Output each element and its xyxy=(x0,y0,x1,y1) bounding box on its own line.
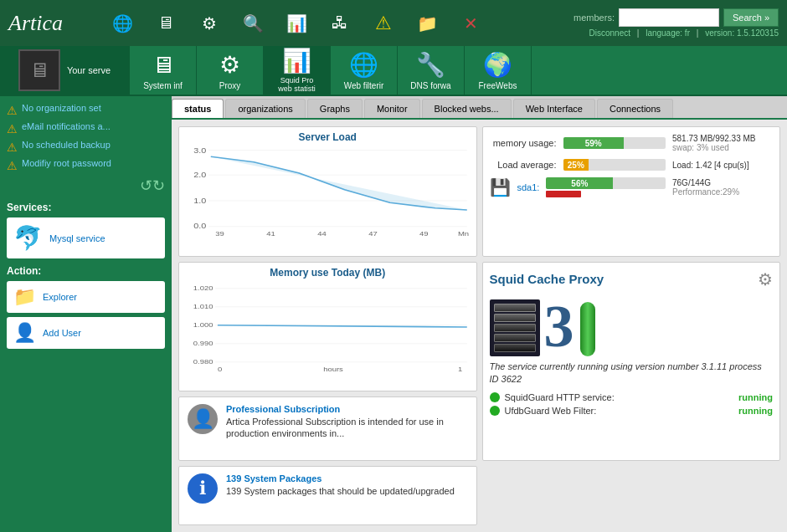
monitor-icon[interactable]: 🖥 xyxy=(152,10,179,37)
notif-professional-text: Artica Professional Subscription is inte… xyxy=(226,417,444,438)
nav-item-webfilter[interactable]: 🌐 Web filterir xyxy=(331,46,398,95)
chart-icon[interactable]: 📊 xyxy=(283,10,310,37)
warn-link-root[interactable]: Modifiy root password xyxy=(22,158,111,169)
notif-packages-content: 139 System Packages 139 System packages … xyxy=(226,473,455,497)
nav-bar: 🖥 Your serve 🖥 System inf ⚙ Proxy 📊 Squi… xyxy=(0,46,787,96)
warning-email: ⚠ eMail notifications a... xyxy=(7,121,165,136)
tab-monitor[interactable]: Monitor xyxy=(364,99,420,118)
language-link[interactable]: language: fr xyxy=(646,28,690,38)
notif-packages-link[interactable]: 139 System Packages xyxy=(226,473,455,483)
svg-text:Mn: Mn xyxy=(458,230,469,238)
top-bar: Artica 🌐 🖥 ⚙ 🔍 📊 🖧 ⚠ 📁 ✕ members: Search… xyxy=(0,0,787,46)
nav-dns-label: DNS forwa xyxy=(410,81,450,90)
nav-item-proxy[interactable]: ⚙ Proxy xyxy=(197,46,264,95)
svg-text:1.000: 1.000 xyxy=(193,320,213,328)
memory-pct: 59% xyxy=(585,139,602,148)
warn-link-email[interactable]: eMail notifications a... xyxy=(22,121,111,132)
warn-icon-1: ⚠ xyxy=(7,104,18,117)
notif-professional: 👤 Professional Subscription Artica Profe… xyxy=(178,396,477,461)
warn-icon-3: ⚠ xyxy=(7,141,18,154)
close-icon[interactable]: ✕ xyxy=(457,10,484,37)
notif-professional-link[interactable]: Professional Subscription xyxy=(226,404,468,414)
warn-link-no-org[interactable]: No organization set xyxy=(22,103,101,114)
notif-packages-icon: ℹ xyxy=(188,473,218,504)
svg-text:49: 49 xyxy=(419,230,429,238)
tab-connections[interactable]: Connections xyxy=(597,99,673,118)
memory-today-area: 1.020 1.010 1.000 0.990 0.980 0 1 xyxy=(186,281,470,373)
network-icon[interactable]: 🖧 xyxy=(327,10,353,37)
webfilter-icon: 🌐 xyxy=(349,51,378,79)
nav-item-dns[interactable]: 🔧 DNS forwa xyxy=(398,46,465,95)
nav-item-freewebs[interactable]: 🌍 FreeWebs xyxy=(465,46,532,95)
refresh-icon[interactable]: ↺↻ xyxy=(7,176,165,195)
squid-header: Squid Cache Proxy ⚙ xyxy=(490,269,774,289)
nav-item-server[interactable]: 🖥 Your serve xyxy=(0,46,130,95)
warn-link-backup[interactable]: No scheduled backup xyxy=(22,140,111,151)
svg-text:hours: hours xyxy=(323,365,343,372)
tab-graphs[interactable]: Graphs xyxy=(307,99,363,118)
top-icons: 🌐 🖥 ⚙ 🔍 📊 🖧 ⚠ 📁 ✕ xyxy=(109,10,565,37)
nav-item-squid[interactable]: 📊 Squid Proweb statisti xyxy=(264,46,331,95)
nav-server-label: Your serve xyxy=(67,65,111,75)
tab-organizations[interactable]: organizations xyxy=(225,99,305,118)
tabs: status organizations Graphs Monitor Bloc… xyxy=(172,96,787,120)
disk-bar-fill: 56% xyxy=(546,177,613,189)
svg-text:0.990: 0.990 xyxy=(193,339,213,346)
disk-icon: 💾 xyxy=(490,177,511,197)
warn-icon-4: ⚠ xyxy=(7,159,18,172)
search-button[interactable]: Search » xyxy=(723,8,779,27)
disk-bar-bg: 56% xyxy=(546,177,666,189)
svg-text:47: 47 xyxy=(368,230,378,238)
tab-blocked-webs[interactable]: Blocked webs... xyxy=(422,99,512,118)
main-panel: status organizations Graphs Monitor Bloc… xyxy=(172,96,787,532)
members-label: members: xyxy=(574,13,615,23)
content-area: ⚠ No organization set ⚠ eMail notificati… xyxy=(0,96,787,532)
services-label: Services: xyxy=(7,202,165,213)
gear-icon[interactable]: ⚙ xyxy=(196,10,223,37)
nav-item-system[interactable]: 🖥 System inf xyxy=(130,46,197,95)
system-status-panel: memory usage: 59% 581.73 MB/992.33 MB sw… xyxy=(482,126,781,257)
server-icon: 🖥 xyxy=(18,49,60,91)
globe-icon[interactable]: 🌐 xyxy=(109,10,136,37)
svg-text:0: 0 xyxy=(218,365,222,372)
svg-text:1: 1 xyxy=(458,365,462,372)
cable-graphic xyxy=(580,302,595,356)
search-input[interactable] xyxy=(619,8,719,27)
load-average-label: Load average: xyxy=(490,160,557,170)
server-load-title: Server Load xyxy=(186,131,470,143)
action-label: Action: xyxy=(7,265,165,277)
warn-icon-2: ⚠ xyxy=(7,122,18,136)
explorer-icon: 📁 xyxy=(13,286,36,308)
memory-today-title: Memory use Today (MB) xyxy=(186,267,470,279)
disk-pct: 56% xyxy=(571,179,588,188)
nav-squid-label: Squid Proweb statisti xyxy=(278,77,316,94)
squid-gear-icon[interactable]: ⚙ xyxy=(758,269,773,289)
svg-text:0.0: 0.0 xyxy=(193,222,207,230)
warning-icon[interactable]: ⚠ xyxy=(370,10,397,37)
disconnect-link[interactable]: Disconnect xyxy=(589,28,630,38)
tab-status[interactable]: status xyxy=(172,99,224,118)
explorer-link[interactable]: Explorer xyxy=(43,292,77,302)
ufdbguard-dot xyxy=(490,406,500,416)
squidguard-label: SquidGuard HTTP service: xyxy=(505,392,734,402)
ufdbguard-label: UfdbGuard Web Filter: xyxy=(505,406,734,416)
load-pct: 25% xyxy=(568,161,584,170)
mysql-service-link[interactable]: Mysql service xyxy=(49,233,105,243)
svg-text:1.020: 1.020 xyxy=(193,284,213,291)
load-bar-bg: 25% xyxy=(563,159,666,171)
tab-content-status: Server Load 3.0 2.0 1.0 0.0 xyxy=(172,120,787,532)
proxy-icon: ⚙ xyxy=(219,51,240,79)
tab-web-interface[interactable]: Web Interface xyxy=(513,99,595,118)
nav-freewebs-label: FreeWebs xyxy=(479,81,517,90)
adduser-link[interactable]: Add User xyxy=(43,328,81,338)
disk-label[interactable]: sda1: xyxy=(517,182,540,192)
memory-today-chart: Memory use Today (MB) 1.020 1.010 1.000 … xyxy=(178,262,477,392)
search-icon[interactable]: 🔍 xyxy=(239,10,266,37)
load-bar-fill: 25% xyxy=(563,159,589,171)
folder-icon[interactable]: 📁 xyxy=(414,10,440,37)
svg-text:44: 44 xyxy=(317,230,327,238)
load-value: Load: 1.42 [4 cpu(s)] xyxy=(672,161,773,170)
notif-packages: ℹ 139 System Packages 139 System package… xyxy=(178,466,477,525)
version-link[interactable]: version: 1.5.120315 xyxy=(705,28,779,38)
notif-packages-text: 139 System packages that should be updat… xyxy=(226,486,455,496)
